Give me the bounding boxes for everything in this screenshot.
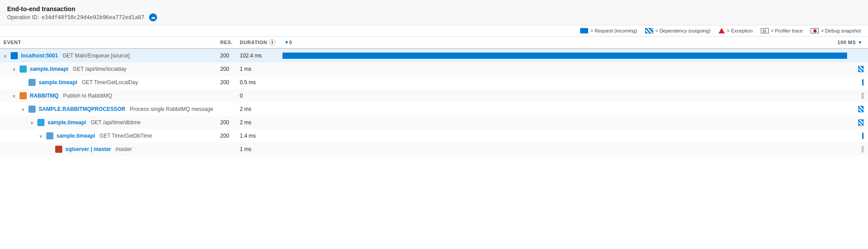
res-cell xyxy=(217,143,236,156)
legend-debug: 🐞 = Debug snapshot xyxy=(811,28,861,33)
col-header-res: RES. xyxy=(217,37,236,49)
event-sub: master xyxy=(116,146,132,152)
event-name: sqlserver | master xyxy=(65,146,111,152)
event-cell: ∨sample.timeapiGET /api/time/localday xyxy=(0,62,217,76)
res-cell xyxy=(217,89,236,102)
event-cell: ∨SAMPLE.RABBITMQPROCESSORProcess single … xyxy=(0,102,217,116)
table-row[interactable]: ∨SAMPLE.RABBITMQPROCESSORProcess single … xyxy=(0,102,868,116)
legend-profiler: ▤ = Profiler trace xyxy=(761,28,803,33)
event-name: sample.timeapi xyxy=(39,79,77,86)
legend-request: = Request (incoming) xyxy=(580,28,637,33)
legend-bar: = Request (incoming) = Dependency (outgo… xyxy=(0,25,868,37)
col-header-event: EVENT xyxy=(0,37,217,49)
event-name: localhost:5001 xyxy=(21,53,58,59)
event-name: sample.timeapi xyxy=(48,119,86,126)
server-icon xyxy=(28,106,36,113)
col-header-timeline: ▼ 0 100 MS ▼ xyxy=(279,37,868,49)
timeline-hatch xyxy=(858,119,864,126)
event-sub: GET Time/GetDbTime xyxy=(100,133,152,139)
res-cell: 200 xyxy=(217,76,236,89)
table-row[interactable]: ∨localhost:5001GET Main/Enqueue [source]… xyxy=(0,49,868,62)
timeline-filter-icon[interactable]: ▼ xyxy=(284,40,289,45)
duration-cell: 1 ms xyxy=(236,62,279,76)
timeline-bar xyxy=(283,53,847,59)
duration-cell: 1.4 ms xyxy=(236,129,279,143)
legend-request-icon xyxy=(580,28,588,33)
event-name: sample.timeapi xyxy=(57,133,95,139)
event-sub: GET Main/Enqueue [source] xyxy=(62,53,129,59)
timeline-cell xyxy=(279,102,868,116)
expand-chevron[interactable]: ∨ xyxy=(21,107,27,112)
legend-dependency: = Dependency (outgoing) xyxy=(645,28,711,33)
expand-chevron[interactable]: ∨ xyxy=(30,120,36,125)
legend-dependency-icon xyxy=(645,28,653,33)
timeline-hatch xyxy=(858,106,864,112)
res-cell: 200 xyxy=(217,62,236,76)
timeline-hatch xyxy=(858,66,864,72)
table-row[interactable]: ∨sample.timeapiGET Time/GetDbTime2001.4 … xyxy=(0,129,868,143)
event-cell: ∨sample.timeapiGET Time/GetDbTime xyxy=(0,129,217,143)
timeline-cell xyxy=(279,62,868,76)
expand-chevron[interactable]: ∨ xyxy=(12,94,18,98)
table-row[interactable]: ∨RABBITMQPublish to RabbitMQ0 xyxy=(0,89,868,102)
transaction-table: EVENT RES. DURATION ℹ ▼ 0 100 MS ▼ xyxy=(0,37,868,156)
queue-icon xyxy=(20,92,27,99)
event-sub: GET /api/time/localday xyxy=(73,66,127,72)
page-icon xyxy=(11,52,18,59)
server-icon xyxy=(28,79,36,86)
page-title: End-to-end transaction xyxy=(7,5,861,12)
timeline-solid xyxy=(862,133,864,139)
event-cell: ∨sample.timeapiGET /api/time/dbtime xyxy=(0,116,217,129)
duration-cell: 2 ms xyxy=(236,116,279,129)
timeline-end-label: 100 MS xyxy=(837,40,856,45)
res-cell: 200 xyxy=(217,49,236,62)
timeline-thin-hatch xyxy=(862,146,864,152)
timeline-cell xyxy=(279,76,868,89)
duration-cell: 1 ms xyxy=(236,143,279,156)
legend-profiler-icon: ▤ xyxy=(761,28,769,33)
header: End-to-end transaction Operation ID: e34… xyxy=(0,0,868,25)
globe-icon xyxy=(37,119,44,126)
legend-exception-icon xyxy=(719,28,725,33)
duration-cell: 0 xyxy=(236,89,279,102)
timeline-cell xyxy=(279,143,868,156)
event-cell: sqlserver | mastermaster xyxy=(0,143,217,156)
event-cell: ∨RABBITMQPublish to RabbitMQ xyxy=(0,89,217,102)
duration-label: DURATION xyxy=(240,40,267,45)
duration-cell: 2 ms xyxy=(236,102,279,116)
duration-cell: 102.4 ms xyxy=(236,49,279,62)
operation-id: Operation ID: e34df48f50c29d4e92b96ea772… xyxy=(7,13,861,21)
expand-chevron[interactable]: ∨ xyxy=(12,67,18,72)
table-row[interactable]: ∨sample.timeapiGET /api/time/dbtime2002 … xyxy=(0,116,868,129)
res-cell: 200 xyxy=(217,129,236,143)
event-sub: Publish to RabbitMQ xyxy=(63,93,112,99)
azure-icon: ☁ xyxy=(149,13,157,21)
timeline-cell xyxy=(279,129,868,143)
timeline-solid xyxy=(862,79,864,86)
table-row[interactable]: sample.timeapiGET Time/GetLocalDay2000.5… xyxy=(0,76,868,89)
expand-chevron[interactable]: ∨ xyxy=(39,134,44,139)
res-cell: 200 xyxy=(217,116,236,129)
timeline-thin-hatch xyxy=(862,93,864,99)
event-cell: sample.timeapiGET Time/GetLocalDay xyxy=(0,76,217,89)
db-icon xyxy=(55,146,62,153)
timeline-cell xyxy=(279,49,868,62)
event-cell: ∨localhost:5001GET Main/Enqueue [source] xyxy=(0,49,217,62)
event-sub: GET Time/GetLocalDay xyxy=(82,79,138,86)
legend-debug-icon: 🐞 xyxy=(811,28,819,33)
timeline-start-label: 0 xyxy=(289,40,292,45)
table-row[interactable]: ∨sample.timeapiGET /api/time/localday200… xyxy=(0,62,868,76)
timeline-end-filter-icon[interactable]: ▼ xyxy=(858,40,863,45)
event-sub: GET /api/time/dbtime xyxy=(91,119,141,126)
legend-exception: = Exception xyxy=(719,28,753,33)
table-header: EVENT RES. DURATION ℹ ▼ 0 100 MS ▼ xyxy=(0,37,868,49)
table-row[interactable]: sqlserver | mastermaster1 ms xyxy=(0,143,868,156)
event-name: RABBITMQ xyxy=(30,93,59,99)
server-icon xyxy=(46,132,53,139)
res-cell xyxy=(217,102,236,116)
duration-info-icon[interactable]: ℹ xyxy=(269,39,275,45)
event-name: sample.timeapi xyxy=(30,66,69,72)
col-header-duration: DURATION ℹ xyxy=(236,37,279,49)
event-sub: Process single RabbitMQ message xyxy=(130,106,213,112)
expand-chevron[interactable]: ∨ xyxy=(4,53,9,58)
